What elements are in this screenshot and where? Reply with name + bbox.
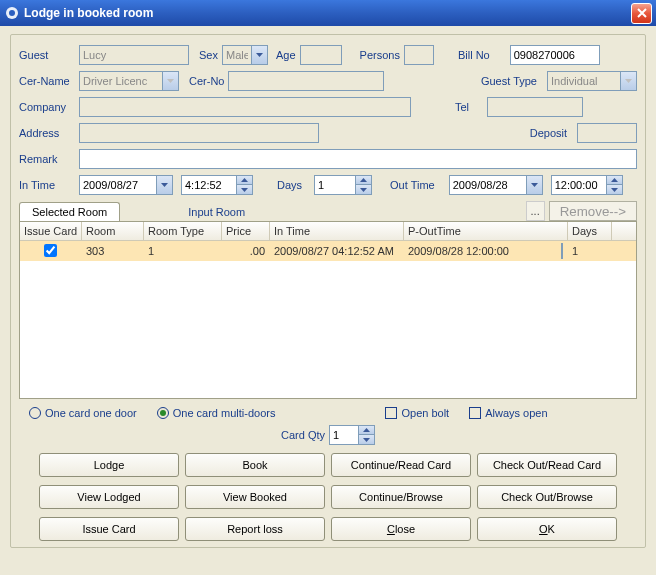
chevron-down-icon xyxy=(621,71,637,91)
app-icon xyxy=(4,5,20,21)
title-bar: Lodge in booked room xyxy=(0,0,656,26)
chevron-down-icon[interactable] xyxy=(561,243,563,259)
label-age: Age xyxy=(276,49,296,61)
label-card-qty: Card Qty xyxy=(281,429,325,441)
checkout-browse-button[interactable]: Check Out/Browse xyxy=(477,485,617,509)
cell-room: 303 xyxy=(82,243,144,259)
outtime-time-spinner[interactable] xyxy=(607,175,623,195)
label-days: Days xyxy=(277,179,302,191)
remove-button: Remove--> xyxy=(549,201,637,221)
check-open-bolt[interactable]: Open bolt xyxy=(385,407,449,419)
tel-field xyxy=(487,97,583,117)
close-icon[interactable] xyxy=(631,3,652,24)
book-button[interactable]: Book xyxy=(185,453,325,477)
form-panel: Guest Sex Age Persons Bill No Cer-Name C… xyxy=(10,34,646,548)
cell-in: 2009/08/27 04:12:52 AM xyxy=(270,243,404,259)
label-outtime: Out Time xyxy=(390,179,435,191)
intime-time-field[interactable] xyxy=(181,175,237,195)
address-field xyxy=(79,123,319,143)
col-in-time[interactable]: In Time xyxy=(270,222,404,240)
persons-field xyxy=(404,45,434,65)
age-field xyxy=(300,45,342,65)
billno-field[interactable] xyxy=(510,45,600,65)
ellipsis-button[interactable]: ... xyxy=(526,201,545,221)
label-guesttype: Guest Type xyxy=(481,75,537,87)
chevron-down-icon xyxy=(252,45,268,65)
label-guest: Guest xyxy=(19,49,75,61)
label-company: Company xyxy=(19,101,75,113)
room-grid: Issue Card Room Room Type Price In Time … xyxy=(19,221,637,399)
check-always-open[interactable]: Always open xyxy=(469,407,547,419)
label-sex: Sex xyxy=(199,49,218,61)
days-spinner[interactable] xyxy=(356,175,372,195)
label-billno: Bill No xyxy=(458,49,490,61)
guest-field xyxy=(79,45,189,65)
chevron-down-icon xyxy=(163,71,179,91)
continue-read-card-button[interactable]: Continue/Read Card xyxy=(331,453,471,477)
intime-time-spinner[interactable] xyxy=(237,175,253,195)
intime-date-field[interactable] xyxy=(79,175,157,195)
col-days[interactable]: Days xyxy=(568,222,612,240)
issue-card-checkbox[interactable] xyxy=(44,244,57,257)
chevron-down-icon[interactable] xyxy=(527,175,543,195)
cell-type: 1 xyxy=(144,243,222,259)
cell-out: 2009/08/28 12:00:00 xyxy=(404,241,568,261)
label-cername: Cer-Name xyxy=(19,75,75,87)
outtime-date-field[interactable] xyxy=(449,175,527,195)
cerno-field xyxy=(228,71,384,91)
cell-days: 1 xyxy=(568,243,612,259)
label-intime: In Time xyxy=(19,179,75,191)
col-room[interactable]: Room xyxy=(82,222,144,240)
deposit-field xyxy=(577,123,637,143)
sex-select xyxy=(222,45,252,65)
view-booked-button[interactable]: View Booked xyxy=(185,485,325,509)
lodge-button[interactable]: Lodge xyxy=(39,453,179,477)
col-issue-card[interactable]: Issue Card xyxy=(20,222,82,240)
col-price[interactable]: Price xyxy=(222,222,270,240)
days-field[interactable] xyxy=(314,175,356,195)
cell-price: .00 xyxy=(222,243,270,259)
view-lodged-button[interactable]: View Lodged xyxy=(39,485,179,509)
label-persons: Persons xyxy=(360,49,400,61)
radio-one-door[interactable]: One card one door xyxy=(29,407,137,419)
label-cerno: Cer-No xyxy=(189,75,224,87)
cername-select xyxy=(79,71,163,91)
report-loss-button[interactable]: Report loss xyxy=(185,517,325,541)
label-deposit: Deposit xyxy=(530,127,567,139)
radio-multi-door[interactable]: One card multi-doors xyxy=(157,407,276,419)
window-title: Lodge in booked room xyxy=(24,6,153,20)
col-room-type[interactable]: Room Type xyxy=(144,222,222,240)
guesttype-select xyxy=(547,71,621,91)
tab-input-room[interactable]: Input Room xyxy=(180,203,253,221)
tab-selected-room[interactable]: Selected Room xyxy=(19,202,120,222)
remark-field[interactable] xyxy=(79,149,637,169)
outtime-time-field[interactable] xyxy=(551,175,607,195)
svg-point-1 xyxy=(9,10,15,16)
grid-header: Issue Card Room Room Type Price In Time … xyxy=(20,222,636,241)
card-qty-field[interactable] xyxy=(329,425,359,445)
card-qty-spinner[interactable] xyxy=(359,425,375,445)
continue-browse-button[interactable]: Continue/Browse xyxy=(331,485,471,509)
issue-card-button[interactable]: Issue Card xyxy=(39,517,179,541)
company-field xyxy=(79,97,411,117)
checkout-read-card-button[interactable]: Check Out/Read Card xyxy=(477,453,617,477)
label-address: Address xyxy=(19,127,75,139)
ok-button[interactable]: OK xyxy=(477,517,617,541)
label-remark: Remark xyxy=(19,153,75,165)
label-tel: Tel xyxy=(455,101,469,113)
close-button[interactable]: Close xyxy=(331,517,471,541)
table-row[interactable]: 303 1 .00 2009/08/27 04:12:52 AM 2009/08… xyxy=(20,241,636,261)
col-out-time[interactable]: P-OutTime xyxy=(404,222,568,240)
chevron-down-icon[interactable] xyxy=(157,175,173,195)
